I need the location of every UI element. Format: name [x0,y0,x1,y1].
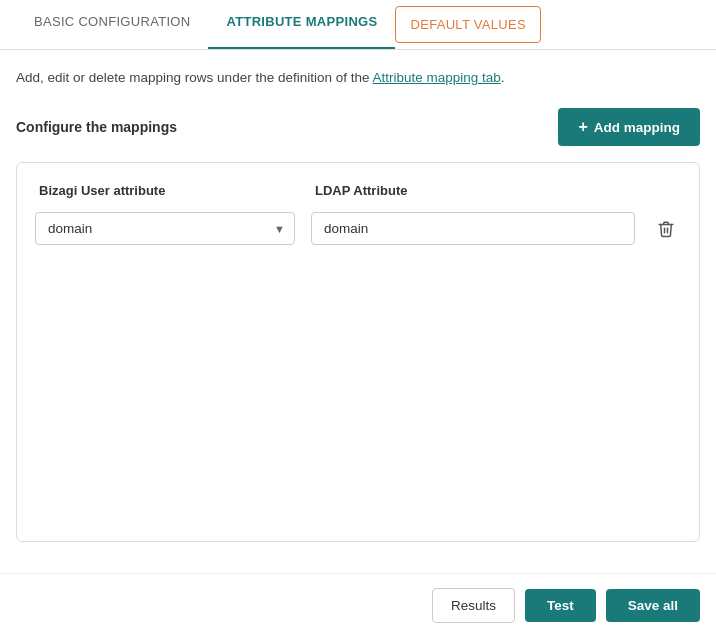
delete-mapping-button[interactable] [651,216,681,242]
tab-bar: BASIC CONFIGURATION ATTRIBUTE MAPPINGS D… [0,0,716,50]
trash-icon [657,220,675,238]
ldap-attribute-input[interactable] [311,212,635,245]
ldap-col-header: LDAP Attribute [315,183,677,198]
mapping-headers: Bizagi User attribute LDAP Attribute [35,183,681,198]
tab-attribute-mappings[interactable]: ATTRIBUTE MAPPINGS [208,0,395,49]
attribute-mapping-link[interactable]: Attribute mapping tab [372,70,500,85]
tab-basic-configuration[interactable]: BASIC CONFIGURATION [16,0,208,49]
main-content: Add, edit or delete mapping rows under t… [0,50,716,634]
tab-default-values[interactable]: DEFAULT VALUES [395,6,540,43]
footer-actions: Results Test Save all [0,573,716,634]
toolbar-row: Configure the mappings + Add mapping [16,108,700,146]
ldap-attribute-wrapper [311,212,635,245]
results-button[interactable]: Results [432,588,515,623]
mapping-container: Bizagi User attribute LDAP Attribute dom… [16,162,700,542]
bizagi-col-header: Bizagi User attribute [39,183,299,198]
bizagi-attribute-wrapper: domain username email firstName lastName… [35,212,295,245]
description-text: Add, edit or delete mapping rows under t… [16,68,700,88]
test-button[interactable]: Test [525,589,596,622]
plus-icon: + [578,118,587,136]
bizagi-attribute-select[interactable]: domain username email firstName lastName… [35,212,295,245]
configure-label: Configure the mappings [16,119,177,135]
save-all-button[interactable]: Save all [606,589,700,622]
add-mapping-button[interactable]: + Add mapping [558,108,700,146]
mapping-row: domain username email firstName lastName… [35,212,681,245]
